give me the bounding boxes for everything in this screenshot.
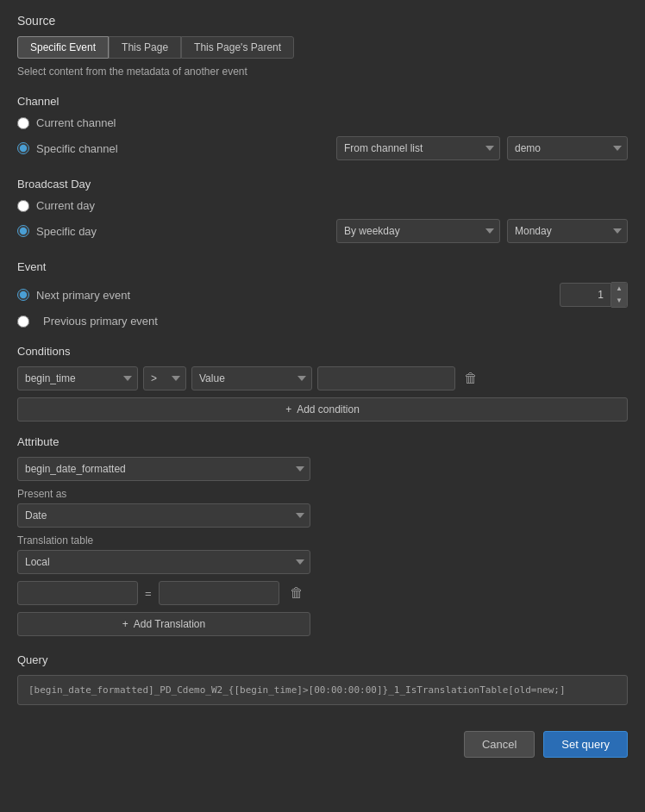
trans-new-input[interactable]: new	[159, 581, 279, 605]
source-subtitle: Select content from the metadata of anot…	[17, 66, 628, 78]
event-number-wrap: 1 ▲ ▼	[560, 282, 628, 308]
add-translation-btn[interactable]: + Add Translation	[17, 612, 310, 636]
current-channel-row: Current channel	[17, 116, 628, 129]
add-condition-icon: +	[285, 403, 291, 415]
trans-old-input[interactable]: old	[17, 581, 138, 605]
weekday-name-select[interactable]: Monday Tuesday Wednesday Thursday Friday…	[507, 219, 628, 243]
day-selects: By weekday Monday Tuesday Wednesday Thur…	[336, 219, 628, 243]
prev-primary-radio[interactable]	[17, 315, 29, 328]
spin-down-btn[interactable]: ▼	[611, 295, 627, 307]
tab-this-pages-parent[interactable]: This Page's Parent	[181, 36, 294, 59]
present-as-select[interactable]: Date Time Text Number	[17, 503, 310, 528]
source-tab-row: Specific Event This Page This Page's Par…	[17, 36, 628, 59]
footer-row: Cancel Set query	[17, 722, 628, 758]
specific-day-radio[interactable]	[17, 225, 29, 237]
prev-primary-row: Previous primary event	[17, 315, 628, 328]
specific-day-row: Specific day By weekday Monday Tuesday W…	[17, 219, 628, 243]
condition-value-input[interactable]: 00:00:00:00	[317, 366, 455, 390]
source-section: Source Specific Event This Page This Pag…	[17, 14, 628, 78]
query-box: [begin_date_formatted]_PD_Cdemo_W2_{[beg…	[17, 675, 628, 705]
condition-delete-btn[interactable]: 🗑	[460, 369, 481, 388]
add-condition-label: Add condition	[297, 403, 360, 415]
next-primary-label: Next primary event	[36, 289, 157, 302]
add-translation-label: Add Translation	[134, 618, 205, 630]
add-condition-btn[interactable]: + Add condition	[17, 397, 628, 422]
condition-field-select[interactable]: begin_time	[17, 366, 138, 390]
next-primary-row: Next primary event 1 ▲ ▼	[17, 282, 628, 308]
source-title: Source	[17, 14, 628, 28]
channel-section: Channel Current channel Specific channel…	[17, 95, 628, 160]
channel-selects: From channel list demo	[336, 136, 628, 160]
current-channel-radio[interactable]	[17, 117, 29, 129]
translation-table-select[interactable]: Local Global	[17, 550, 310, 574]
broadcast-day-label: Broadcast Day	[17, 178, 628, 191]
spin-up-btn[interactable]: ▲	[611, 283, 627, 295]
condition-row-0: begin_time > < = >= <= Value 00:00:00:00…	[17, 366, 628, 390]
current-day-radio[interactable]	[17, 200, 29, 212]
set-query-button[interactable]: Set query	[543, 731, 628, 758]
current-day-row: Current day	[17, 199, 628, 212]
specific-channel-label: Specific channel	[36, 142, 157, 155]
broadcast-day-section: Broadcast Day Current day Specific day B…	[17, 178, 628, 243]
current-channel-label: Current channel	[36, 116, 157, 129]
translation-table-label: Translation table	[17, 534, 628, 547]
event-section: Event Next primary event 1 ▲ ▼ Previous …	[17, 260, 628, 328]
query-section: Query [begin_date_formatted]_PD_Cdemo_W2…	[17, 653, 628, 705]
event-label: Event	[17, 260, 628, 273]
channel-label: Channel	[17, 95, 628, 108]
event-spin-buttons: ▲ ▼	[611, 282, 628, 308]
specific-channel-row: Specific channel From channel list demo	[17, 136, 628, 160]
conditions-section: Conditions begin_time > < = >= <= Value …	[17, 345, 628, 422]
translation-row-0: old = new 🗑	[17, 581, 628, 605]
condition-type-select[interactable]: Value	[191, 366, 312, 390]
present-as-label: Present as	[17, 488, 628, 500]
next-primary-radio[interactable]	[17, 289, 29, 301]
trans-delete-btn[interactable]: 🗑	[286, 584, 307, 603]
event-number-input[interactable]: 1	[560, 283, 611, 307]
weekday-type-select[interactable]: By weekday	[336, 219, 500, 243]
tab-this-page[interactable]: This Page	[109, 36, 181, 59]
attribute-label: Attribute	[17, 435, 628, 448]
condition-op-select[interactable]: > < = >= <=	[143, 366, 186, 390]
channel-name-select[interactable]: demo	[507, 136, 628, 160]
channel-list-select[interactable]: From channel list	[336, 136, 500, 160]
specific-channel-radio[interactable]	[17, 142, 29, 154]
attribute-select[interactable]: begin_date_formatted	[17, 457, 310, 481]
tab-specific-event[interactable]: Specific Event	[17, 36, 109, 59]
equals-sign: =	[145, 587, 152, 600]
attribute-section: Attribute begin_date_formatted Present a…	[17, 435, 628, 636]
cancel-button[interactable]: Cancel	[464, 731, 535, 758]
specific-day-label: Specific day	[36, 225, 157, 238]
query-label: Query	[17, 653, 628, 666]
conditions-label: Conditions	[17, 345, 628, 358]
prev-primary-label: Previous primary event	[43, 315, 164, 328]
add-translation-icon: +	[122, 618, 128, 630]
current-day-label: Current day	[36, 199, 157, 212]
